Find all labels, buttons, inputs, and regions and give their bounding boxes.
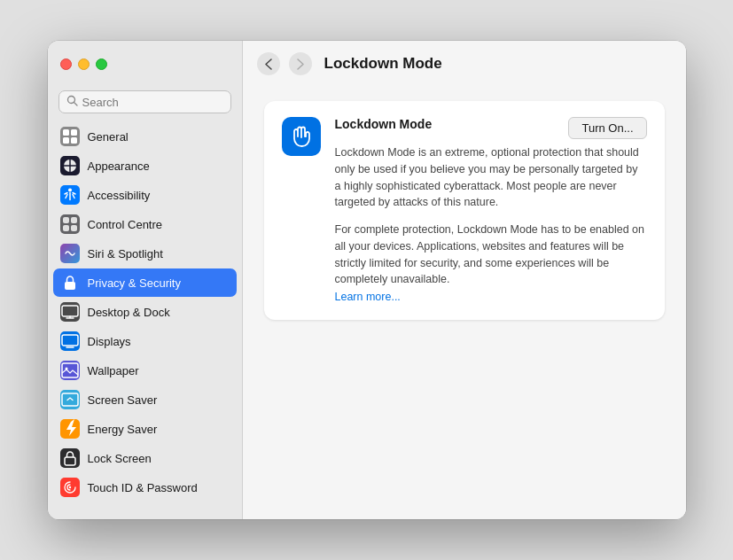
- sidebar-item-label-desktop: Desktop & Dock: [88, 306, 170, 319]
- minimize-button[interactable]: [78, 58, 90, 70]
- sidebar-item-label-privacy: Privacy & Security: [88, 276, 181, 290]
- sidebar-item-label-siri: Siri & Spotlight: [88, 247, 163, 261]
- controlcentre-icon: [60, 214, 80, 234]
- sidebar-item-label-general: General: [88, 130, 129, 144]
- privacy-icon: [60, 273, 80, 292]
- sidebar-item-displays[interactable]: Displays: [53, 327, 237, 355]
- wallpaper-icon: [60, 361, 80, 380]
- sidebar-item-wallpaper[interactable]: Wallpaper: [53, 356, 237, 385]
- sidebar-item-desktop[interactable]: Desktop & Dock: [53, 298, 237, 326]
- screensaver-icon: [60, 390, 80, 409]
- accessibility-icon: [60, 185, 80, 205]
- svg-point-19: [68, 486, 70, 488]
- main-window: GeneralAppearanceAccessibilityControl Ce…: [48, 41, 686, 519]
- svg-point-7: [68, 189, 72, 192]
- svg-rect-4: [63, 137, 69, 144]
- search-box[interactable]: [58, 90, 231, 113]
- svg-rect-10: [63, 225, 69, 231]
- sidebar-item-label-appearance: Appearance: [88, 159, 150, 173]
- lockdown-description2: For complete protection, Lockdown Mode h…: [335, 222, 647, 288]
- lockdown-body: Lockdown Mode Turn On... Lockdown Mode i…: [335, 117, 647, 304]
- sidebar-item-siri[interactable]: Siri & Spotlight: [53, 239, 237, 268]
- sidebar-items: GeneralAppearanceAccessibilityControl Ce…: [48, 122, 242, 519]
- svg-rect-2: [63, 129, 69, 136]
- appearance-icon: [60, 156, 80, 175]
- sidebar-item-label-accessibility: Accessibility: [88, 189, 151, 202]
- svg-rect-17: [62, 393, 78, 406]
- svg-rect-8: [63, 217, 69, 223]
- displays-icon: [60, 331, 80, 351]
- search-icon: [66, 95, 78, 109]
- desktop-icon: [60, 302, 80, 322]
- sidebar-item-label-wallpaper: Wallpaper: [88, 364, 139, 377]
- sidebar-item-label-displays: Displays: [88, 335, 131, 348]
- lockdown-description1: Lockdown Mode is an extreme, optional pr…: [335, 144, 647, 211]
- sidebar-item-lockscreen[interactable]: Lock Screen: [53, 444, 237, 472]
- main-content: Lockdown Mode Turn On... Lockdown Mode i…: [243, 87, 686, 519]
- sidebar-item-label-screensaver: Screen Saver: [88, 393, 158, 407]
- svg-line-1: [74, 103, 77, 106]
- sidebar-item-label-lockscreen: Lock Screen: [88, 452, 152, 465]
- svg-rect-18: [65, 457, 75, 465]
- learn-more-link[interactable]: Learn more...: [335, 291, 401, 303]
- sidebar-item-label-touchid: Touch ID & Password: [88, 481, 198, 494]
- sidebar: GeneralAppearanceAccessibilityControl Ce…: [48, 41, 243, 519]
- main-titlebar: Lockdown Mode: [243, 41, 686, 87]
- sidebar-item-accessibility[interactable]: Accessibility: [53, 181, 237, 209]
- sidebar-titlebar: [48, 41, 242, 87]
- svg-rect-3: [71, 129, 77, 136]
- energysaver-icon: [60, 419, 80, 439]
- sidebar-item-privacy[interactable]: Privacy & Security: [53, 268, 237, 297]
- lockdown-header: Lockdown Mode Turn On...: [335, 117, 647, 139]
- svg-rect-14: [62, 335, 78, 346]
- lockscreen-icon: [60, 448, 80, 468]
- sidebar-item-screensaver[interactable]: Screen Saver: [53, 385, 237, 414]
- lockdown-card: Lockdown Mode Turn On... Lockdown Mode i…: [264, 101, 665, 320]
- turn-on-button[interactable]: Turn On...: [568, 117, 646, 139]
- svg-rect-9: [71, 217, 77, 223]
- close-button[interactable]: [60, 58, 72, 70]
- svg-rect-12: [65, 282, 75, 290]
- svg-rect-11: [71, 225, 77, 231]
- sidebar-item-touchid[interactable]: Touch ID & Password: [53, 473, 237, 502]
- svg-rect-5: [71, 137, 77, 144]
- main-panel: Lockdown Mode Lockdown Mode Turn On... L…: [243, 41, 686, 519]
- svg-rect-13: [62, 306, 78, 316]
- forward-button[interactable]: [289, 52, 312, 75]
- sidebar-item-label-energysaver: Energy Saver: [88, 423, 158, 436]
- back-button[interactable]: [257, 52, 280, 75]
- general-icon: [60, 127, 80, 146]
- sidebar-item-controlcentre[interactable]: Control Centre: [53, 210, 237, 238]
- siri-icon: [60, 244, 80, 263]
- sidebar-item-appearance[interactable]: Appearance: [53, 152, 237, 180]
- hand-stop-icon: [290, 125, 313, 148]
- lockdown-card-title: Lockdown Mode: [335, 117, 433, 131]
- page-title: Lockdown Mode: [324, 55, 442, 73]
- traffic-lights: [60, 58, 107, 70]
- lockdown-icon: [282, 117, 321, 156]
- maximize-button[interactable]: [96, 58, 107, 70]
- sidebar-item-general[interactable]: General: [53, 122, 237, 151]
- svg-rect-15: [62, 363, 78, 377]
- svg-point-16: [65, 368, 67, 370]
- search-input[interactable]: [82, 96, 223, 109]
- sidebar-item-energysaver[interactable]: Energy Saver: [53, 415, 237, 443]
- touchid-icon: [60, 478, 80, 497]
- sidebar-item-label-controlcentre: Control Centre: [88, 218, 163, 231]
